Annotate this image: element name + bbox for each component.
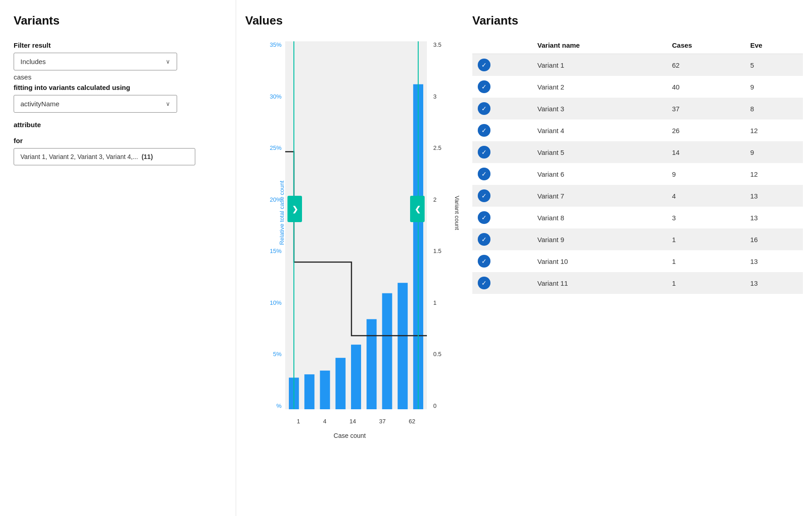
check-icon: ✓: [478, 80, 490, 93]
row-variant-name: Variant 5: [532, 141, 666, 163]
y-right-label-05: 0.5: [433, 351, 441, 357]
row-variant-name: Variant 8: [532, 207, 666, 228]
table-row: ✓Variant 7413: [472, 185, 803, 207]
x-axis-title: Case count: [334, 432, 366, 439]
row-cases: 3: [667, 207, 745, 228]
check-icon: ✓: [478, 233, 490, 246]
check-icon: ✓: [478, 146, 490, 159]
row-variant-name: Variant 4: [532, 119, 666, 141]
col-check: [472, 37, 532, 54]
variants-table: Variant name Cases Eve ✓Variant 1625✓Var…: [472, 37, 803, 294]
row-checkbox[interactable]: ✓: [472, 141, 532, 163]
row-cases: 4: [667, 185, 745, 207]
row-checkbox[interactable]: ✓: [472, 250, 532, 272]
check-icon: ✓: [478, 124, 490, 137]
check-icon: ✓: [478, 102, 490, 115]
row-checkbox[interactable]: ✓: [472, 163, 532, 185]
cases-text: cases: [14, 73, 222, 81]
y-axis-left: 35% 30% 25% 20% 15% 10% 5% %: [264, 41, 283, 409]
right-panel: Variants Variant name Cases Eve ✓Variant…: [463, 0, 812, 516]
row-variant-name: Variant 1: [532, 54, 666, 76]
table-row: ✓Variant 6912: [472, 163, 803, 185]
row-checkbox[interactable]: ✓: [472, 76, 532, 98]
y-left-label-5: 5%: [273, 351, 282, 357]
table-row: ✓Variant 42612: [472, 119, 803, 141]
bar-2: [304, 374, 314, 409]
col-events: Eve: [745, 37, 803, 54]
for-value-box: Variant 1, Variant 2, Variant 3, Variant…: [14, 148, 195, 165]
table-row: ✓Variant 10113: [472, 250, 803, 272]
row-events: 9: [745, 141, 803, 163]
chevron-down-icon-2: ∨: [166, 100, 170, 107]
table-row: ✓Variant 3378: [472, 98, 803, 119]
row-cases: 37: [667, 98, 745, 119]
row-cases: 14: [667, 141, 745, 163]
for-value-text: Variant 1, Variant 2, Variant 3, Variant…: [20, 153, 138, 160]
x-label-37: 37: [379, 418, 386, 425]
x-label-1: 1: [297, 418, 300, 425]
table-row: ✓Variant 8313: [472, 207, 803, 228]
attribute-dropdown[interactable]: activityName ∨: [14, 95, 177, 113]
chart-plot-area: ❯ ❮: [285, 41, 427, 409]
row-variant-name: Variant 9: [532, 228, 666, 250]
y-left-label-10: 10%: [270, 299, 282, 306]
row-variant-name: Variant 3: [532, 98, 666, 119]
left-arrow-button[interactable]: ❯: [287, 196, 302, 222]
row-checkbox[interactable]: ✓: [472, 185, 532, 207]
chevron-down-icon: ∨: [166, 58, 170, 65]
y-left-label-30: 30%: [270, 93, 282, 100]
row-cases: 1: [667, 250, 745, 272]
row-variant-name: Variant 7: [532, 185, 666, 207]
row-variant-name: Variant 10: [532, 250, 666, 272]
y-left-label-25: 25%: [270, 144, 282, 151]
row-events: 13: [745, 207, 803, 228]
y-left-label-35: 35%: [270, 41, 282, 48]
filter-result-value: Includes: [20, 58, 46, 65]
filter-result-label: Filter result: [14, 41, 222, 49]
row-variant-name: Variant 2: [532, 76, 666, 98]
chart-svg: [285, 41, 427, 409]
table-row: ✓Variant 2409: [472, 76, 803, 98]
attribute-value: activityName: [20, 100, 59, 108]
row-cases: 40: [667, 76, 745, 98]
fitting-label: fitting into variants calculated using: [14, 84, 222, 91]
right-arrow-button[interactable]: ❮: [410, 196, 425, 222]
row-events: 13: [745, 272, 803, 294]
y-left-label-15: 15%: [270, 248, 282, 254]
left-panel: Variants Filter result Includes ∨ cases …: [0, 0, 236, 516]
x-label-62: 62: [409, 418, 415, 425]
check-icon: ✓: [478, 255, 490, 268]
row-events: 12: [745, 119, 803, 141]
x-axis: 1 4 14 37 62: [285, 418, 427, 425]
check-icon: ✓: [478, 189, 490, 202]
right-panel-title: Variants: [472, 14, 803, 28]
row-checkbox[interactable]: ✓: [472, 272, 532, 294]
col-variant-name: Variant name: [532, 37, 666, 54]
row-checkbox[interactable]: ✓: [472, 207, 532, 228]
row-checkbox[interactable]: ✓: [472, 98, 532, 119]
row-cases: 26: [667, 119, 745, 141]
x-label-14: 14: [350, 418, 356, 425]
filter-result-dropdown[interactable]: Includes ∨: [14, 53, 177, 70]
table-row: ✓Variant 11113: [472, 272, 803, 294]
attribute-label: attribute: [14, 121, 222, 129]
y-axis-right: 3.5 3 2.5 2 1.5 1 0.5 0: [431, 41, 454, 409]
check-icon: ✓: [478, 211, 490, 224]
row-checkbox[interactable]: ✓: [472, 228, 532, 250]
check-icon: ✓: [478, 59, 490, 71]
chart-title: Values: [245, 14, 454, 28]
row-cases: 62: [667, 54, 745, 76]
y-left-label-0: %: [276, 402, 282, 409]
row-cases: 1: [667, 228, 745, 250]
row-events: 9: [745, 76, 803, 98]
row-events: 5: [745, 54, 803, 76]
bar-3: [320, 371, 330, 409]
bar-5: [351, 345, 361, 409]
row-checkbox[interactable]: ✓: [472, 54, 532, 76]
check-icon: ✓: [478, 277, 490, 289]
bar-7: [382, 293, 392, 409]
row-checkbox[interactable]: ✓: [472, 119, 532, 141]
row-cases: 1: [667, 272, 745, 294]
y-right-label-1: 1: [433, 299, 436, 306]
row-events: 12: [745, 163, 803, 185]
